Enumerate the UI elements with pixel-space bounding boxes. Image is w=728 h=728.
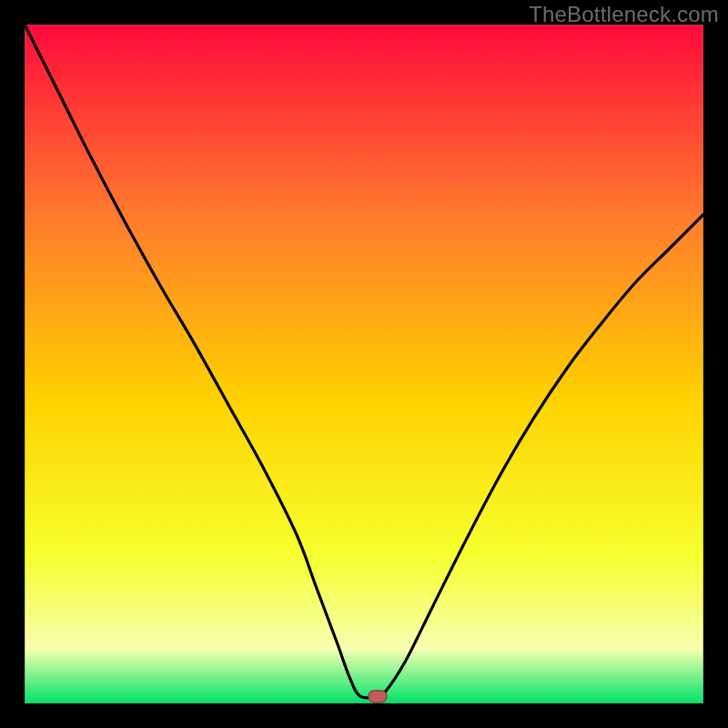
- chart-container: TheBottleneck.com: [0, 0, 728, 728]
- watermark-text: TheBottleneck.com: [529, 2, 719, 27]
- optimum-marker: [369, 691, 387, 703]
- plot-background: [25, 25, 703, 703]
- bottleneck-chart: [0, 0, 728, 728]
